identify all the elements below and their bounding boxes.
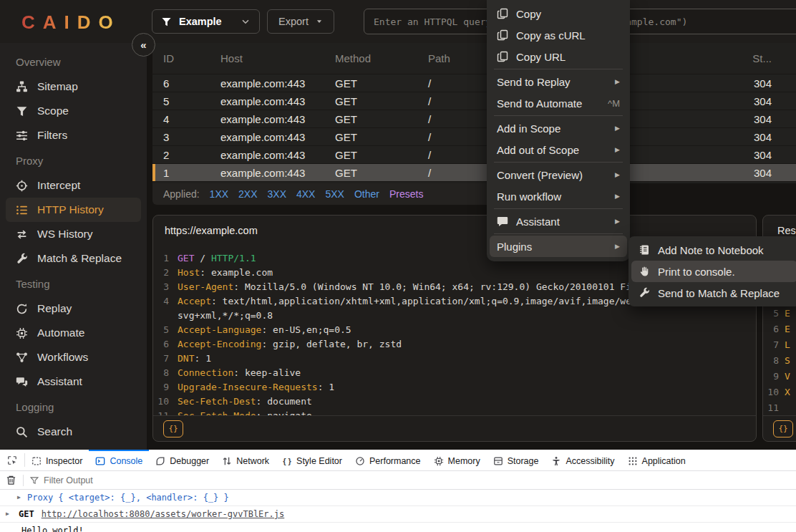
sidebar-item-ws-history[interactable]: WS History [6, 222, 141, 246]
menu-item-copy[interactable]: Copy [490, 3, 627, 24]
submenu-item-add-note-to-notebook[interactable]: Add Note to Notebook [631, 239, 796, 261]
project-selector[interactable]: Example [152, 9, 260, 34]
status-filter-2xx[interactable]: 2XX [238, 188, 257, 200]
sidebar-item-intercept[interactable]: Intercept [6, 173, 141, 198]
status-filter-1xx[interactable]: 1XX [210, 188, 228, 200]
menu-item-copy-url[interactable]: Copy URL [490, 46, 627, 67]
menu-item-label: Send to Replay [497, 76, 607, 88]
menu-item-run-workflow[interactable]: Run workflow▶ [490, 185, 627, 207]
trash-icon[interactable] [6, 475, 16, 485]
chip-icon [16, 327, 28, 339]
code-text: Connection: keep-alive [178, 366, 301, 380]
project-name: Example [179, 16, 222, 27]
line-number: 4 [153, 294, 178, 309]
menu-item-send-to-replay[interactable]: Send to Replay▶ [490, 71, 627, 92]
tab-label: Application [642, 456, 686, 466]
code-text: svg+xml,*/*;q=0.8 [178, 309, 273, 323]
menu-item-add-out-of-scope[interactable]: Add out of Scope▶ [490, 139, 627, 160]
target-icon [16, 180, 28, 192]
pick-element-button[interactable] [0, 450, 24, 470]
menu-item-copy-as-curl[interactable]: Copy as cURL [490, 24, 627, 46]
row-id: 3 [163, 131, 220, 143]
console-row[interactable]: ▶GEThttp://localhost:8080/assets/worker-… [0, 506, 796, 523]
export-button[interactable]: Export [267, 9, 334, 34]
performance-icon [355, 456, 365, 466]
tab-console[interactable]: Console [89, 450, 149, 470]
submenu-item-print-to-console[interactable]: Print to console. [631, 261, 796, 282]
bubble-icon [497, 216, 508, 227]
sidebar-item-assistant[interactable]: Assistant [6, 369, 141, 394]
sidebar-item-http-history[interactable]: HTTP History [6, 198, 141, 222]
menu-item-convert-preview[interactable]: Convert (Preview)▶ [490, 164, 627, 185]
tab-label: Accessibility [566, 456, 614, 466]
row-method: GET [335, 95, 428, 107]
tab-debugger[interactable]: Debugger [149, 450, 215, 470]
sidebar-item-scope[interactable]: Scope [6, 99, 141, 123]
table-row[interactable]: 2example.com:443GET/304 [152, 146, 796, 164]
table-row[interactable]: 3example.com:443GET/304 [152, 128, 796, 146]
sidebar-item-search[interactable]: Search [6, 420, 141, 444]
tab-style-editor[interactable]: { }Style Editor [276, 450, 349, 470]
console-row[interactable]: Hello world! [0, 523, 796, 532]
tab-storage[interactable]: Storage [487, 450, 545, 470]
status-filter-5xx[interactable]: 5XX [325, 188, 344, 200]
sidebar-item-workflows[interactable]: Workflows [6, 345, 141, 369]
code-line: 5E [763, 306, 796, 321]
menu-item-label: Run workflow [497, 190, 607, 203]
row-status: 304 [717, 167, 796, 179]
table-row[interactable]: 4example.com:443GET/304 [152, 110, 796, 128]
row-host: example.com:443 [220, 95, 335, 107]
submenu-arrow-icon: ▶ [615, 218, 620, 225]
sidebar-item-match-replace[interactable]: Match & Replace [6, 246, 141, 271]
expand-arrow-icon[interactable]: ▶ [17, 493, 24, 503]
code-line: 10X [763, 385, 796, 400]
tab-label: Network [236, 456, 269, 466]
filter-output-input[interactable]: Filter Output [30, 475, 93, 485]
sidebar-collapse-button[interactable]: « [132, 33, 155, 57]
menu-item-add-in-scope[interactable]: Add in Scope▶ [490, 117, 627, 139]
tab-application[interactable]: Application [621, 450, 692, 470]
status-filter-other[interactable]: Other [354, 188, 379, 200]
tab-memory[interactable]: Memory [427, 450, 487, 470]
storage-icon [493, 456, 503, 466]
sidebar-item-filters[interactable]: Filters [6, 123, 141, 147]
notebook-icon [639, 244, 650, 256]
sidebar-item-replay[interactable]: Replay [6, 296, 141, 321]
tab-label: Storage [508, 456, 539, 466]
status-filter-4xx[interactable]: 4XX [296, 188, 315, 200]
sidebar-item-automate[interactable]: Automate [6, 321, 141, 345]
submenu-arrow-icon: ▶ [615, 78, 620, 85]
status-filter-3xx[interactable]: 3XX [268, 188, 286, 200]
row-id: 2 [163, 149, 220, 161]
console-url-link[interactable]: http://localhost:8080/assets/worker-gvvT… [42, 509, 285, 519]
menu-item-label: Plugins [497, 241, 607, 253]
sidebar-section-testing: Testing [0, 271, 147, 296]
line-number: 10 [763, 385, 785, 400]
menu-item-label: Assistant [516, 216, 607, 228]
table-row[interactable]: 6example.com:443GET/304 [152, 74, 796, 92]
sidebar-item-sitemap[interactable]: Sitemap [6, 74, 141, 99]
tab-label: Inspector [46, 456, 82, 466]
tab-inspector[interactable]: Inspector [25, 450, 89, 470]
code-text: V [785, 369, 790, 385]
response-editor[interactable]: 5E6E7L8S9V10X11 [763, 306, 796, 416]
console-row[interactable]: ▶Proxy { <target>: {_}, <handler>: {_} } [0, 490, 796, 506]
tab-performance[interactable]: Performance [349, 450, 427, 470]
format-button[interactable]: {} [163, 420, 183, 437]
submenu-item-send-to-match-replace[interactable]: Send to Match & Replace [631, 282, 796, 304]
menu-item-send-to-automate[interactable]: Send to Automate^M [490, 92, 627, 114]
tab-network[interactable]: Network [215, 450, 276, 470]
filter-placeholder: Filter Output [44, 475, 93, 485]
menu-item-assistant[interactable]: Assistant▶ [490, 211, 627, 232]
wrench-icon [639, 287, 650, 299]
column-header-method: Method [335, 52, 428, 64]
presets-link[interactable]: Presets [389, 188, 423, 200]
plugins-submenu: Add Note to NotebookPrint to console.Sen… [628, 236, 796, 306]
row-method: GET [335, 167, 428, 179]
table-row[interactable]: 1example.com:443GET/304 [152, 164, 796, 182]
tab-accessibility[interactable]: Accessibility [545, 450, 621, 470]
table-row[interactable]: 5example.com:443GET/304 [152, 92, 796, 110]
expand-arrow-icon[interactable]: ▶ [6, 509, 13, 519]
menu-item-plugins[interactable]: Plugins▶ [490, 236, 627, 257]
format-button[interactable]: {} [773, 420, 793, 437]
